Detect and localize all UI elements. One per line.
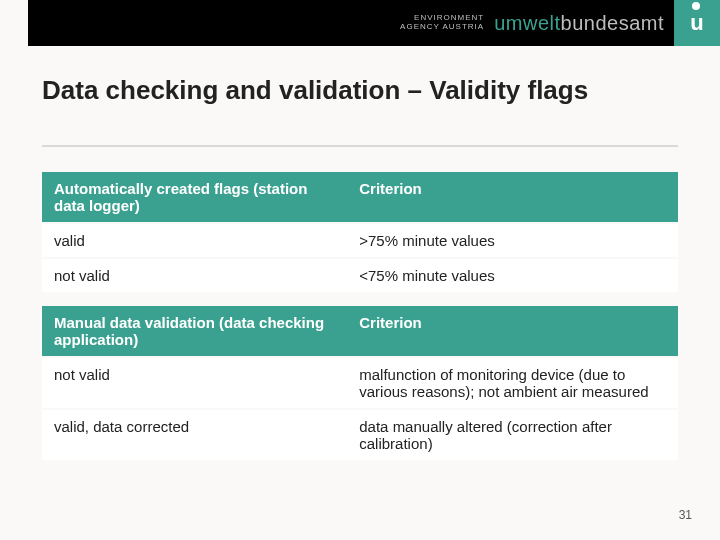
table-header-cell: Criterion (347, 172, 678, 222)
table-row: valid, data corrected data manually alte… (42, 410, 678, 460)
table-cell: <75% minute values (347, 259, 678, 292)
tables-container: Automatically created flags (station dat… (42, 170, 678, 462)
page-number: 31 (679, 508, 692, 522)
table-header-cell: Criterion (347, 306, 678, 356)
brand-wordmark: umweltbundesamt (494, 12, 664, 35)
table-row: valid >75% minute values (42, 224, 678, 257)
table-cell: not valid (42, 358, 347, 408)
table-cell: not valid (42, 259, 347, 292)
table-manual-validation: Manual data validation (data checking ap… (42, 304, 678, 462)
table-row: not valid <75% minute values (42, 259, 678, 292)
table-header-row: Automatically created flags (station dat… (42, 172, 678, 222)
header-band: ENVIRONMENT AGENCY AUSTRIA umweltbundesa… (28, 0, 720, 46)
agency-label: ENVIRONMENT AGENCY AUSTRIA (400, 14, 484, 32)
title-underline (42, 145, 678, 147)
table-spacer (42, 294, 678, 304)
table-auto-flags: Automatically created flags (station dat… (42, 170, 678, 294)
table-cell: >75% minute values (347, 224, 678, 257)
logo-dot-icon (692, 2, 700, 10)
brand-grey: bundesamt (561, 12, 664, 34)
brand-teal: umwelt (494, 12, 560, 34)
table-cell: valid, data corrected (42, 410, 347, 460)
page-title: Data checking and validation – Validity … (42, 74, 678, 107)
logo-box: u (674, 0, 720, 46)
table-cell: malfunction of monitoring device (due to… (347, 358, 678, 408)
table-cell: valid (42, 224, 347, 257)
table-header-cell: Automatically created flags (station dat… (42, 172, 347, 222)
table-cell: data manually altered (correction after … (347, 410, 678, 460)
table-header-cell: Manual data validation (data checking ap… (42, 306, 347, 356)
logo-letter: u (690, 10, 703, 36)
table-row: not valid malfunction of monitoring devi… (42, 358, 678, 408)
agency-line2: AGENCY AUSTRIA (400, 23, 484, 32)
table-header-row: Manual data validation (data checking ap… (42, 306, 678, 356)
slide: ENVIRONMENT AGENCY AUSTRIA umweltbundesa… (0, 0, 720, 540)
